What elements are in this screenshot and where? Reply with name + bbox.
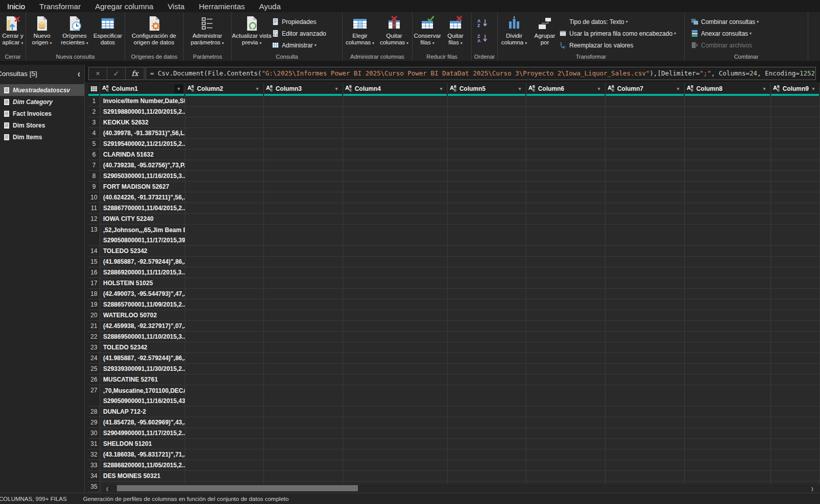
filter-icon[interactable]: ▾ (253, 85, 261, 93)
cell[interactable] (606, 353, 685, 363)
cell[interactable] (685, 385, 771, 406)
row-number[interactable]: 9 (88, 182, 100, 192)
cell[interactable] (606, 224, 685, 245)
cell[interactable] (448, 107, 526, 117)
cell[interactable] (448, 267, 526, 278)
cell[interactable] (685, 428, 771, 438)
cell[interactable] (685, 278, 771, 288)
cell[interactable] (526, 321, 606, 331)
row-number[interactable]: 19 (88, 299, 100, 310)
cell[interactable] (185, 407, 264, 417)
cell-column1[interactable]: TOLEDO 52342 (100, 342, 185, 352)
cell[interactable] (685, 96, 771, 106)
cell-column1[interactable]: (41.854728, -95.602969)",43,... (100, 417, 185, 427)
cell[interactable] (343, 149, 448, 160)
cell[interactable] (264, 224, 343, 245)
cell[interactable] (526, 428, 606, 438)
cell[interactable] (685, 374, 771, 385)
cell[interactable] (685, 407, 771, 417)
cell[interactable] (771, 96, 820, 106)
query-item-dim-category[interactable]: Dim Category (0, 96, 84, 108)
cell[interactable] (343, 128, 448, 138)
cell[interactable] (343, 214, 448, 224)
cell[interactable] (685, 332, 771, 342)
cell[interactable] (343, 267, 448, 278)
cell[interactable] (526, 203, 606, 213)
cell[interactable] (185, 310, 264, 320)
cell[interactable] (264, 310, 343, 320)
cell[interactable] (771, 267, 820, 278)
menu-tab-inicio[interactable]: Inicio (0, 0, 32, 12)
cell[interactable] (264, 439, 343, 449)
cell[interactable] (264, 299, 343, 310)
cell[interactable] (685, 182, 771, 192)
manage-query-button[interactable]: Administrar ▾ (272, 41, 326, 49)
cell-column1[interactable]: (43.186038, -95.831721)",71,... (100, 449, 185, 460)
cell[interactable] (343, 257, 448, 267)
cell[interactable] (771, 149, 820, 160)
cell[interactable] (606, 289, 685, 299)
formula-cancel-button[interactable]: × (89, 67, 107, 80)
cell[interactable] (264, 460, 343, 470)
scrollbar-thumb[interactable] (117, 485, 358, 491)
data-type-button[interactable]: Tipo de datos: Texto ▾ (559, 17, 676, 26)
cell[interactable] (448, 299, 526, 310)
row-number[interactable]: 31 (88, 439, 100, 449)
cell[interactable] (343, 278, 448, 288)
cell[interactable] (606, 192, 685, 203)
cell[interactable] (448, 353, 526, 363)
cell[interactable] (606, 364, 685, 374)
cell[interactable] (526, 96, 606, 106)
cell[interactable] (264, 117, 343, 128)
cell[interactable] (606, 149, 685, 160)
cell-column1[interactable]: S28869200001,11/11/2015,3... (100, 267, 185, 278)
cell[interactable] (771, 203, 820, 213)
column-header-column5[interactable]: ABCColumn5▾ (448, 83, 526, 94)
cell[interactable] (685, 128, 771, 138)
collapse-panel-icon[interactable]: ‹ (78, 67, 80, 80)
cell[interactable] (771, 224, 820, 245)
row-number[interactable]: 12 (88, 214, 100, 224)
cell[interactable] (526, 471, 606, 481)
cell[interactable] (448, 128, 526, 138)
cell[interactable] (685, 342, 771, 352)
cell[interactable] (606, 96, 685, 106)
cell[interactable] (526, 289, 606, 299)
cell[interactable] (771, 449, 820, 460)
cell[interactable] (526, 385, 606, 406)
cell[interactable] (343, 428, 448, 438)
row-number[interactable]: 35 (88, 482, 100, 492)
cell[interactable] (685, 299, 771, 310)
cell-column1[interactable]: S29195400002,11/21/2015,2... (100, 139, 185, 149)
cell[interactable] (526, 439, 606, 449)
column-header-column6[interactable]: ABCColumn6▾ (526, 83, 606, 94)
group-by-button[interactable]: Agrupar por (530, 14, 559, 54)
cell-column1[interactable]: DUNLAP 712-2 (100, 407, 185, 417)
remove-columns-button[interactable]: Quitar columnas▾ (377, 14, 411, 54)
cell[interactable] (448, 332, 526, 342)
filter-icon[interactable]: ▾ (760, 85, 768, 93)
filter-icon[interactable]: ▾ (332, 85, 341, 93)
cell[interactable] (264, 353, 343, 363)
cell[interactable] (771, 107, 820, 117)
cell[interactable] (185, 246, 264, 256)
cell[interactable] (264, 332, 343, 342)
cell[interactable] (685, 160, 771, 170)
cell[interactable] (685, 460, 771, 470)
cell[interactable] (343, 246, 448, 256)
row-number[interactable]: 26 (88, 374, 100, 385)
close-and-apply-button[interactable]: Cerrar y aplicar▾ (0, 14, 26, 54)
cell[interactable] (448, 149, 526, 160)
cell[interactable] (685, 224, 771, 245)
cell[interactable] (264, 278, 343, 288)
cell[interactable] (448, 257, 526, 267)
cell[interactable] (185, 332, 264, 342)
cell[interactable] (606, 332, 685, 342)
cell[interactable] (448, 439, 526, 449)
row-number[interactable]: 27 (88, 385, 100, 406)
filter-icon[interactable]: ▾ (516, 85, 524, 93)
row-number[interactable]: 11 (88, 203, 100, 213)
row-number[interactable]: 33 (88, 460, 100, 470)
cell[interactable] (685, 417, 771, 427)
cell[interactable] (771, 117, 820, 128)
